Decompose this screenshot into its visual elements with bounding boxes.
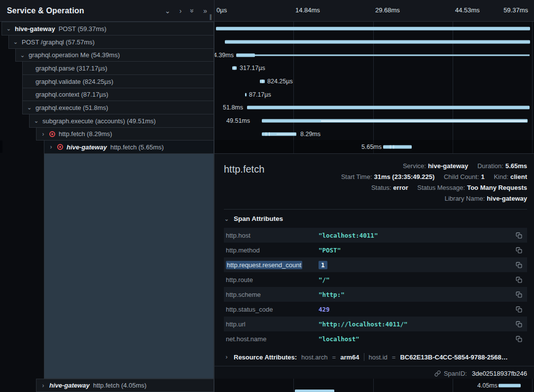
attribute-value: "/" xyxy=(319,276,516,284)
collapse-row-icon[interactable]: ⌄ xyxy=(165,7,171,14)
attribute-row: http.scheme "http:" xyxy=(224,287,527,302)
span-meta: Service:hive-gateway Duration:5.65ms Sta… xyxy=(341,161,527,204)
trace-viewer: 0µs 14.84ms 29.68ms 44.53ms 59.37ms Serv… xyxy=(0,0,534,392)
resource-attributes-title: Resource Attributes: xyxy=(234,354,297,361)
chevron-right-icon[interactable]: › xyxy=(40,383,46,389)
span-attributes-header[interactable]: ⌄ Span Attributes xyxy=(224,215,283,222)
duration-label: 51.8ms xyxy=(214,104,243,111)
meta-start-value: 31ms (23:35:49.225) xyxy=(374,173,435,180)
chevron-down-icon[interactable]: ⌄ xyxy=(20,52,25,58)
ruler-tick-label: 0µs xyxy=(216,6,227,14)
tree-row-graphql-validate[interactable]: graphql.validate (824.25µs) xyxy=(22,74,214,88)
partial-span-bar xyxy=(295,390,334,392)
link-icon xyxy=(434,370,441,377)
scrollbar-thumb[interactable] xyxy=(0,141,2,153)
timeline-row-http-fetch-4ms: 4.05ms xyxy=(214,379,534,392)
span-bar[interactable] xyxy=(216,27,530,31)
tree-row-post-graphql[interactable]: ⌄ POST /graphql (57.57ms) xyxy=(8,35,214,49)
meta-status-value: error xyxy=(393,184,408,191)
chevron-down-icon[interactable]: ⌄ xyxy=(13,39,18,45)
equals-sign: = xyxy=(332,354,336,361)
span-bar[interactable] xyxy=(225,40,530,44)
chevron-down-icon: ⌄ xyxy=(224,216,229,222)
chevron-right-icon[interactable]: › xyxy=(40,131,46,137)
resource-key: host.id xyxy=(369,354,388,361)
span-bar[interactable] xyxy=(247,106,530,109)
meta-kind-label: Kind: xyxy=(494,173,508,180)
span-bar[interactable] xyxy=(262,119,528,123)
timeline-row-root-post xyxy=(214,22,534,36)
copy-icon[interactable] xyxy=(516,336,522,342)
copy-icon[interactable] xyxy=(516,321,522,327)
resource-value: BC62E13B-C4CC-5854-9788-2568… xyxy=(400,354,507,361)
selected-span-region xyxy=(44,153,214,379)
copy-icon[interactable] xyxy=(516,262,522,268)
expand-all-icon[interactable]: » xyxy=(203,7,207,14)
timeline-row-graphql-execute: 51.8ms xyxy=(214,101,534,114)
error-icon xyxy=(57,144,63,150)
duration-label: 4.05ms xyxy=(477,382,498,389)
tree-row-graphql-parse[interactable]: graphql.parse (317.17µs) xyxy=(22,61,214,75)
span-name: http.fetch (4.05ms) xyxy=(93,382,146,389)
span-name: graphql.parse (317.17µs) xyxy=(36,65,107,72)
attribute-value: "http://localhost:4011/" xyxy=(319,321,516,328)
attribute-row: http.url "http://localhost:4011/" xyxy=(224,317,527,331)
tree-row-root-post[interactable]: ⌄ hive-gateway POST (59.37ms) xyxy=(1,22,214,36)
tree-row-graphql-context[interactable]: graphql.context (87.17µs) xyxy=(22,88,214,101)
ruler-tick-label: 59.37ms xyxy=(503,6,528,14)
attribute-value: 429 xyxy=(319,306,516,313)
span-name: http.fetch (8.29ms) xyxy=(59,130,112,138)
span-bar[interactable] xyxy=(383,145,412,149)
copy-icon[interactable] xyxy=(516,247,522,253)
resource-key: host.arch xyxy=(301,354,327,361)
tree-row-graphql-operation-me[interactable]: ⌄ graphql.operation Me (54.39ms) xyxy=(15,48,214,62)
attribute-row: net.host.name "localhost" xyxy=(224,331,527,346)
copy-icon[interactable] xyxy=(516,306,522,313)
span-bar[interactable] xyxy=(260,80,265,83)
copy-icon[interactable] xyxy=(516,291,522,298)
tree-row-http-fetch-5ms-selected[interactable]: › hive-gateway http.fetch (5.65ms) xyxy=(44,140,214,154)
panel-resize-handle[interactable]: ∥ xyxy=(209,13,212,20)
span-bar[interactable] xyxy=(245,93,247,96)
span-bar[interactable] xyxy=(236,53,255,57)
equals-sign: = xyxy=(392,354,396,361)
meta-start-label: Start Time: xyxy=(341,173,372,180)
service-name: hive-gateway xyxy=(49,382,90,389)
attribute-key: http.host xyxy=(226,232,319,239)
expand-row-icon[interactable]: › xyxy=(179,7,182,14)
panel-divider[interactable] xyxy=(214,0,214,392)
span-detail-panel: http.fetch Service:hive-gateway Duration… xyxy=(214,153,534,379)
meta-service-value: hive-gateway xyxy=(428,162,468,170)
span-bar[interactable] xyxy=(498,384,521,387)
tree-row-http-fetch-4ms[interactable]: › hive-gateway http.fetch (4.05ms) xyxy=(36,379,214,392)
copy-icon[interactable] xyxy=(516,277,522,283)
tree-row-graphql-execute[interactable]: ⌄ graphql.execute (51.8ms) xyxy=(22,101,214,114)
meta-kind-value: client xyxy=(510,173,527,180)
span-attributes-title: Span Attributes xyxy=(234,215,283,222)
span-bar[interactable] xyxy=(262,132,296,136)
resource-attributes-row[interactable]: › Resource Attributes: host.arch = arm64… xyxy=(224,353,527,361)
span-name: POST /graphql (57.57ms) xyxy=(22,38,95,46)
chevron-right-icon[interactable]: › xyxy=(48,144,54,150)
attribute-value: 1 xyxy=(319,261,516,269)
attribute-value: "POST" xyxy=(319,247,516,254)
attribute-key: http.url xyxy=(226,321,319,328)
meta-duration-value: 5.65ms xyxy=(505,162,527,170)
tree-row-http-fetch-8ms[interactable]: › http.fetch (8.29ms) xyxy=(36,127,214,141)
tree-header-actions: ⌄ › » » xyxy=(165,7,207,14)
attribute-value: "localhost" xyxy=(319,335,516,343)
span-name: graphql.operation Me (54.39ms) xyxy=(29,51,120,59)
copy-icon[interactable] xyxy=(516,232,522,239)
attribute-value: "localhost:4011" xyxy=(319,232,516,239)
duration-label: 49.51ms xyxy=(223,117,250,124)
chevron-down-icon[interactable]: ⌄ xyxy=(27,105,32,110)
span-bar-extent xyxy=(255,54,530,56)
chevron-down-icon[interactable]: ⌄ xyxy=(34,118,39,124)
tree-row-subgraph-execute-accounts[interactable]: ⌄ subgraph.execute (accounts) (49.51ms) xyxy=(29,114,214,128)
divider xyxy=(224,209,527,210)
span-bar[interactable] xyxy=(232,67,237,70)
timeline-row-http-fetch-5ms: 5.65ms xyxy=(214,140,534,154)
duration-label: 8.29ms xyxy=(300,131,320,138)
collapse-all-icon[interactable]: » xyxy=(189,9,196,13)
chevron-down-icon[interactable]: ⌄ xyxy=(6,26,11,32)
